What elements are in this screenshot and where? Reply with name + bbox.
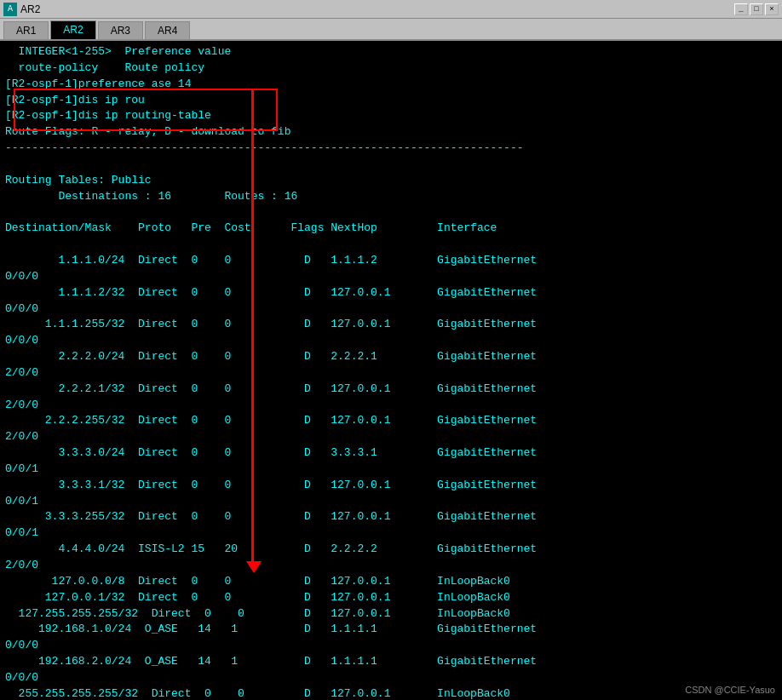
- window-controls: _ □ ×: [734, 3, 779, 15]
- tab-ar4[interactable]: AR4: [145, 21, 190, 39]
- tab-ar2[interactable]: AR2: [50, 20, 95, 39]
- tab-ar3[interactable]: AR3: [98, 21, 143, 39]
- app-icon: A: [3, 3, 17, 16]
- terminal-area[interactable]: INTEGER<1-255> Preference value route-po…: [0, 41, 782, 700]
- main-window: A AR2 _ □ × AR1 AR2 AR3 AR4 INTEGER<1-25…: [0, 0, 782, 700]
- watermark: CSDN @CCIE-Yasuo: [685, 685, 775, 695]
- tab-bar: AR1 AR2 AR3 AR4: [0, 19, 782, 41]
- tab-ar1[interactable]: AR1: [3, 21, 49, 39]
- minimize-button[interactable]: _: [734, 3, 748, 15]
- window-title: AR2: [20, 3, 731, 15]
- title-bar: A AR2 _ □ ×: [0, 0, 782, 19]
- maximize-button[interactable]: □: [750, 3, 763, 15]
- close-button[interactable]: ×: [765, 3, 779, 15]
- terminal-output: INTEGER<1-255> Preference value route-po…: [5, 44, 777, 700]
